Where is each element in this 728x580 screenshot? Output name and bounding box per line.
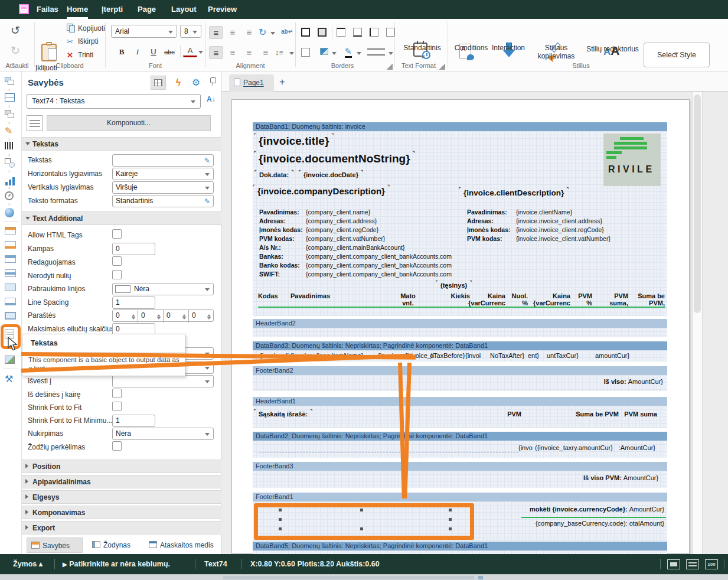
row-field[interactable]: ent} — [528, 352, 539, 359]
band-header-databand2[interactable]: DataBand2; Duomenų šaltinis: Nepriskirta… — [253, 432, 667, 441]
section-layout[interactable]: Komponavimas — [22, 506, 221, 519]
line-spacing-chevron-icon[interactable] — [289, 52, 294, 57]
col-header[interactable]: PVM % — [574, 292, 592, 307]
menu-failas[interactable]: Failas — [37, 0, 58, 19]
margin-top-stepper[interactable]: 0 — [138, 310, 164, 322]
align-middle-button[interactable]: ≡ — [226, 26, 240, 39]
check-issues-button[interactable]: ▶ Patikrinkite ar nėra keblumų. — [63, 554, 170, 575]
add-page-button[interactable]: + — [279, 76, 285, 88]
underline-lines-select[interactable]: Nėra — [112, 283, 214, 295]
page-header-band-icon[interactable] — [5, 241, 16, 249]
margins-stepper[interactable]: 0 0 0 0 — [112, 309, 214, 322]
field-label[interactable]: Įmonės kodas: — [259, 226, 303, 233]
field-value[interactable]: {company_client.name} — [306, 208, 370, 216]
row-field[interactable]: {invoi — [465, 352, 481, 359]
invoice-docno-field[interactable]: {invoice.documentNoString} — [259, 152, 410, 165]
row-field[interactable]: :AmountCur} — [607, 444, 655, 451]
component-copy-icon[interactable] — [5, 77, 17, 89]
line-style-icon[interactable] — [367, 48, 385, 56]
field-label[interactable]: Įmonės kodas: — [467, 226, 511, 233]
line-spacing-input[interactable]: 1 — [112, 296, 155, 309]
section-position[interactable]: Position — [22, 460, 221, 473]
col-header[interactable]: Suma be PVM, — [636, 292, 665, 307]
dok-data-label[interactable]: Dok.data: — [259, 171, 289, 178]
text-format-chevron-icon[interactable] — [420, 56, 425, 61]
expand-chevron-icon[interactable]: › — [8, 152, 10, 158]
draw-pencil-icon[interactable]: ✎ — [5, 125, 17, 137]
company-description-field[interactable]: {invoice.companyDescription} — [257, 186, 385, 196]
bold-button[interactable]: B — [115, 45, 129, 58]
doc-date-field[interactable]: {invoice.docDate} — [303, 171, 358, 178]
component-selector[interactable]: Text74 : Tekstas — [27, 94, 201, 109]
border-top-button[interactable] — [337, 28, 345, 37]
compose-button[interactable]: Komponuoti... — [47, 115, 211, 131]
rotate-chevron-icon[interactable] — [270, 32, 275, 37]
border-outside-button[interactable] — [318, 28, 327, 37]
redo-icon[interactable]: ↻ — [11, 45, 20, 56]
vertical-align-select[interactable]: Viršuje — [112, 181, 214, 194]
field-label[interactable]: PVM kodas: — [259, 235, 295, 242]
undo-icon[interactable]: ↺ — [11, 25, 20, 36]
field-value[interactable]: {company_client.mainBankAccount} — [306, 244, 405, 251]
field-label[interactable]: Pavadinimas: — [467, 208, 507, 216]
col-header[interactable]: Kodas — [258, 292, 278, 299]
kampas-input[interactable]: 0 — [112, 243, 155, 255]
word-wrap-checkbox[interactable] — [112, 441, 122, 451]
col-header[interactable]: Kaina {varCurrenc — [530, 292, 570, 307]
font-family-select[interactable]: Arial — [111, 25, 177, 38]
edit-pencil-icon[interactable]: ✎ — [204, 155, 210, 167]
col-header[interactable]: Nuol. % — [509, 292, 528, 307]
row-field[interactable]: NoTaxAfter} — [490, 352, 524, 359]
footer-band-icon[interactable] — [5, 298, 16, 305]
client-description-field[interactable]: {invoice.clientDescription} — [463, 188, 564, 197]
field-label[interactable]: PVM kodas: — [467, 235, 502, 242]
company-logo[interactable]: RIVILE — [603, 133, 661, 186]
border-all-button[interactable] — [301, 28, 310, 37]
edit-pencil-icon[interactable]: ✎ — [204, 196, 210, 207]
col-header[interactable]: PVM suma, — [601, 292, 628, 307]
total-field[interactable]: Iš viso: AmountCur} — [572, 378, 663, 385]
align-justify-button[interactable]: ≡ — [259, 46, 273, 59]
borders-dialog-launcher-icon[interactable] — [387, 64, 393, 70]
align-left-button[interactable]: ≡ — [209, 46, 223, 59]
page-footer-band-icon[interactable] — [5, 312, 16, 320]
tekstas-input[interactable]: ✎ — [112, 154, 214, 167]
band-content-headerband2[interactable] — [253, 328, 667, 337]
field-label[interactable]: A/s Nr.: — [259, 244, 281, 251]
col-header[interactable]: PVM — [492, 410, 521, 418]
editable-checkbox[interactable] — [112, 256, 122, 266]
zoom-100-button[interactable]: 100 — [705, 559, 718, 569]
field-value[interactable]: {company_client.vatNumber} — [306, 235, 385, 242]
menu-iterpti[interactable]: Įterpti — [102, 0, 123, 19]
section-export[interactable]: Export — [22, 521, 221, 535]
section-text-additional[interactable]: Text Additional — [22, 211, 221, 225]
band-header-headerband1[interactable]: HeaderBand1 — [253, 397, 667, 406]
field-value[interactable]: {company_client.company_client_bankAccou… — [306, 271, 452, 278]
properties-view-button[interactable] — [151, 76, 166, 90]
section-behavior[interactable]: Elgesys — [22, 490, 221, 504]
total-vat-field[interactable]: Iš viso PVM: AmountCur} — [583, 474, 657, 481]
band-header-footerband2[interactable]: FooterBand2 — [253, 366, 667, 375]
rotate-text-icon[interactable]: ↻ — [259, 27, 266, 38]
col-header[interactable]: Mato vnt. — [394, 292, 422, 307]
menu-preview[interactable]: Preview — [208, 0, 237, 19]
band-header-databand3[interactable]: DataBand3; Duomenų šaltinis: Nepriskirta… — [253, 341, 667, 350]
text-format-button[interactable]: Standartinis — [397, 44, 448, 52]
map-component-icon[interactable] — [5, 208, 14, 217]
pin-icon[interactable] — [205, 76, 220, 90]
expand-chevron-icon[interactable]: › — [8, 103, 10, 109]
expand-chevron-icon[interactable]: › — [8, 87, 10, 93]
output-to-select[interactable] — [112, 375, 214, 387]
tags-button[interactable]: Žymos ▴ — [13, 554, 43, 574]
border-pen-chevron-icon[interactable] — [357, 52, 361, 57]
chart-component-icon[interactable] — [5, 175, 17, 187]
cut-icon[interactable]: ✂ — [67, 37, 73, 46]
report-title-band-icon[interactable] — [5, 227, 16, 234]
data-band-icon[interactable] — [5, 269, 16, 277]
border-left-button[interactable] — [370, 28, 378, 37]
shrink-font-checkbox[interactable] — [112, 402, 122, 411]
col-header[interactable]: Kaina {varCurrenc — [465, 292, 505, 307]
font-color-button[interactable]: A — [183, 45, 197, 57]
field-value[interactable]: {invoice.invoice_client.regCode} — [516, 226, 604, 233]
issued-by-label[interactable]: Sąskaitą išrašė: — [259, 410, 308, 418]
